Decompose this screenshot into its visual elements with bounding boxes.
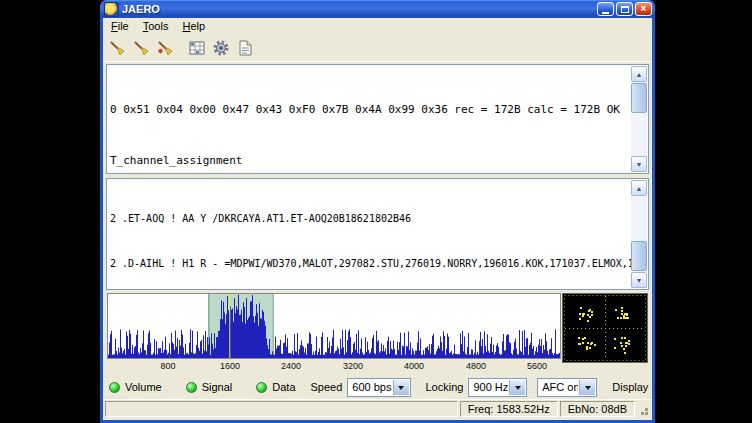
volume-indicator: Volume xyxy=(109,381,162,393)
spectrum-display[interactable]: 800 1600 2400 3200 4000 4800 5600 xyxy=(107,293,561,373)
signal-label: Signal xyxy=(202,381,233,393)
hex-log-content: 0 0x51 0x04 0x00 0x47 0x43 0xF0 0x7B 0x4… xyxy=(107,65,631,173)
acars-log-scrollbar[interactable]: ▲ ▼ xyxy=(631,180,647,288)
scroll-up-button[interactable]: ▲ xyxy=(631,180,647,196)
data-grid-button[interactable] xyxy=(186,37,208,59)
menu-file[interactable]: File xyxy=(104,19,136,33)
locking-select[interactable]: 900 Hz xyxy=(468,378,527,397)
axis-tick-label: 1600 xyxy=(220,361,240,371)
hex-log-pane[interactable]: 0 0x51 0x04 0x00 0x47 0x43 0xF0 0x7B 0x4… xyxy=(106,64,649,174)
titlebar[interactable]: JAERO × xyxy=(100,0,655,18)
close-button[interactable]: × xyxy=(635,2,652,16)
broom-icon xyxy=(132,39,150,57)
acars-log-pane[interactable]: 2 .ET-AOQ ! AA Y /DKRCAYA.AT1.ET-AOQ20B1… xyxy=(106,178,649,290)
minimize-icon xyxy=(602,12,609,14)
scroll-down-button[interactable]: ▼ xyxy=(631,156,647,172)
freq-status: Freq: 1583.52Hz xyxy=(460,401,558,417)
gear-icon xyxy=(212,39,230,57)
volume-led-icon xyxy=(109,382,120,393)
speed-label: Speed xyxy=(311,381,343,393)
speed-select[interactable]: 600 bps xyxy=(347,378,410,397)
axis-tick-label: 3200 xyxy=(343,361,363,371)
axis-tick-label: 5600 xyxy=(527,361,547,371)
window-title: JAERO xyxy=(122,3,597,15)
acars-log-line: 2 .D-AIHL ! H1 R - =MDPWI/WD370,MALOT,29… xyxy=(110,256,628,271)
acars-log-content: 2 .ET-AOQ ! AA Y /DKRCAYA.AT1.ET-AOQ20B1… xyxy=(107,179,631,289)
menubar: File Tools Help xyxy=(103,18,652,34)
maximize-button[interactable] xyxy=(616,2,633,16)
acars-log-line: 2 .ET-AOQ ! AA Y /DKRCAYA.AT1.ET-AOQ20B1… xyxy=(110,211,628,226)
broom-icon xyxy=(156,39,174,57)
axis-tick-label: 800 xyxy=(160,361,175,371)
resize-grip[interactable] xyxy=(637,401,650,417)
signal-indicator: Signal xyxy=(186,381,233,393)
titlebar-buttons: × xyxy=(597,2,652,16)
menu-help[interactable]: Help xyxy=(175,19,212,33)
afc-select[interactable]: AFC on xyxy=(537,378,597,397)
jaero-window: JAERO × File Tools Help xyxy=(100,0,655,423)
clear-hex-log-button[interactable] xyxy=(106,37,128,59)
scroll-up-button[interactable]: ▲ xyxy=(631,66,647,82)
speed-value: 600 bps xyxy=(352,381,391,393)
chevron-down-icon xyxy=(509,380,525,395)
axis-tick-label: 2400 xyxy=(281,361,301,371)
spectrum-axis: 800 1600 2400 3200 4000 4800 5600 xyxy=(107,359,561,373)
menu-tools[interactable]: Tools xyxy=(136,19,176,33)
broom-icon xyxy=(108,39,126,57)
scroll-thumb[interactable] xyxy=(631,83,647,113)
signal-led-icon xyxy=(186,382,197,393)
constellation-canvas xyxy=(563,294,647,362)
statusbar: Freq: 1583.52Hz EbNo: 08dB xyxy=(103,399,652,418)
volume-label: Volume xyxy=(125,381,162,393)
maximize-icon xyxy=(621,6,629,13)
ebno-status: EbNo: 08dB xyxy=(560,401,635,417)
spectrum-canvas[interactable] xyxy=(107,293,561,359)
displays-row: 800 1600 2400 3200 4000 4800 5600 xyxy=(106,293,649,375)
settings-button[interactable] xyxy=(210,37,232,59)
data-indicator: Data xyxy=(256,381,295,393)
axis-tick-label: 4800 xyxy=(466,361,486,371)
app-icon xyxy=(104,2,119,17)
minimize-button[interactable] xyxy=(597,2,614,16)
axis-tick-label: 4000 xyxy=(404,361,424,371)
clear-message-log-button[interactable] xyxy=(130,37,152,59)
hex-log-line: T_channel_assignment xyxy=(110,152,628,169)
window-body: File Tools Help xyxy=(100,18,655,423)
locking-value: 900 Hz xyxy=(473,381,508,393)
controls-bar: Volume Signal Data Speed 600 bps Locking xyxy=(103,375,652,399)
afc-value: AFC on xyxy=(542,381,578,393)
constellation-display xyxy=(562,293,648,363)
document-icon xyxy=(236,39,254,57)
scroll-thumb[interactable] xyxy=(631,241,647,271)
hex-log-scrollbar[interactable]: ▲ ▼ xyxy=(631,66,647,172)
data-led-icon xyxy=(256,382,267,393)
toolbar xyxy=(103,34,652,62)
locking-label: Locking xyxy=(426,381,464,393)
statusbar-filler xyxy=(105,401,458,417)
chevron-down-icon xyxy=(393,380,409,395)
data-label: Data xyxy=(272,381,295,393)
scroll-down-button[interactable]: ▼ xyxy=(631,272,647,288)
hex-log-line: 0 0x51 0x04 0x00 0x47 0x43 0xF0 0x7B 0x4… xyxy=(110,101,628,118)
log-file-button[interactable] xyxy=(234,37,256,59)
display-label: Display xyxy=(612,381,648,393)
display-select[interactable]: Constellation xyxy=(653,378,655,397)
chevron-down-icon xyxy=(579,380,595,395)
screen-background: JAERO × File Tools Help xyxy=(0,0,752,423)
clear-all-button[interactable] xyxy=(154,37,176,59)
data-grid-icon xyxy=(188,39,206,57)
